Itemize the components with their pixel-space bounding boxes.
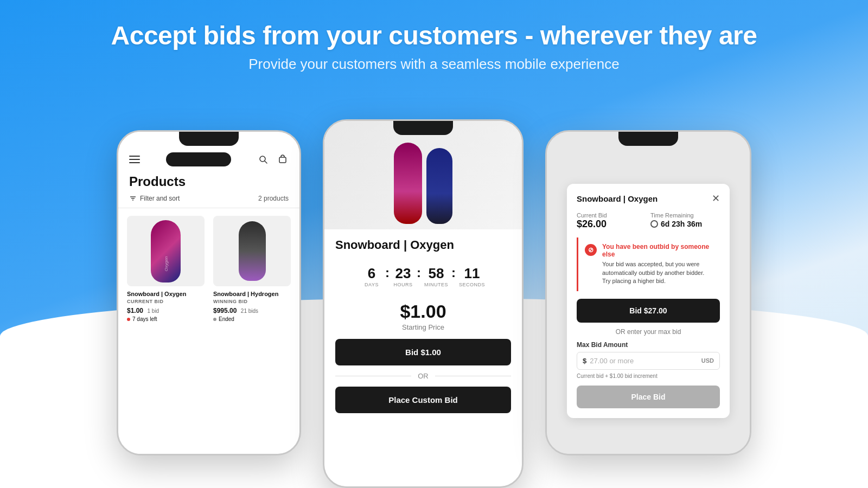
filter-sort[interactable]: Filter and sort [129,195,180,202]
snowboard-pair [394,143,452,224]
countdown-days: 6 DAYS [361,266,382,287]
phone-bid-panel: Snowboard | Oxygen ✕ Current Bid $26.00 … [545,130,751,455]
product2-name: Snowboard | Hydrogen [213,291,278,297]
phone1-topbar [118,148,299,169]
place-bid-button[interactable]: Place Bid [577,386,720,408]
dollar-sign: $ [583,357,586,365]
products-grid: Snowboard | Oxygen CURRENT BID $1.00 1 b… [118,208,299,330]
product1-image [127,216,205,286]
countdown-minutes: 58 MINUTES [424,266,448,287]
time-remaining-value: 6d 23h 36m [650,220,720,228]
filter-row: Filter and sort 2 products [118,192,299,208]
phone2-screen: Snowboard | Oxygen 6 DAYS : 23 HOURS : 5… [324,121,522,486]
current-bid-label: Current Bid [577,212,646,219]
product-card-oxygen[interactable]: Snowboard | Oxygen CURRENT BID $1.00 1 b… [127,216,205,322]
hamburger-icon[interactable] [129,156,140,163]
time-remaining-stat: Time Remaining 6d 23h 36m [650,212,720,230]
outbid-icon: ⊘ [585,244,597,256]
bid-panel-title: Snowboard | Oxygen [577,194,658,203]
sep2: : [417,265,421,280]
active-dot [127,318,130,321]
product2-price-row: $995.00 21 bids [213,305,258,315]
products-title: Products [118,169,299,192]
page-subtitle: Provide your customers with a seamless m… [0,56,868,73]
products-count: 2 products [258,195,289,202]
snowboard-oxygen-img [151,220,181,282]
product1-price-row: $1.00 1 bid [127,305,159,315]
detail-product-title: Snowboard | Oxygen [335,238,511,252]
phone1-nav-icons [257,153,289,165]
filter-icon [129,195,137,202]
product2-price: $995.00 [213,307,237,314]
max-bid-input-field[interactable]: $ 27.00 or more USD [577,352,720,370]
max-bid-label: Max Bid Amount [577,341,720,349]
bid-button[interactable]: Bid $1.00 [335,339,511,365]
product-hero-image [324,121,522,229]
snowboard-hydrogen-img [239,221,266,281]
or-divider: OR [335,372,511,380]
or-line-left [335,376,411,376]
svg-rect-2 [279,157,286,163]
phone1-notch [179,132,239,146]
current-bid-stat: Current Bid $26.00 [577,212,646,230]
price-subtitle: Starting Price [335,323,511,331]
search-icon[interactable] [257,153,269,165]
close-button[interactable]: ✕ [712,194,720,203]
time-remaining-label: Time Remaining [650,212,720,219]
alert-content: You have been outbid by someone else You… [602,243,713,285]
sep1: : [385,265,390,280]
phone2-content: Snowboard | Oxygen 6 DAYS : 23 HOURS : 5… [324,229,522,422]
or-line-right [435,376,511,376]
product2-bid-label: WINNING BID [213,299,248,304]
bid-stats: Current Bid $26.00 Time Remaining 6d 23h… [577,212,720,230]
phone-detail: Snowboard | Oxygen 6 DAYS : 23 HOURS : 5… [323,119,524,488]
bid-panel: Snowboard | Oxygen ✕ Current Bid $26.00 … [567,184,730,418]
bid-increment-note: Current bid + $1.00 bid increment [577,373,720,379]
phone3-screen: Snowboard | Oxygen ✕ Current Bid $26.00 … [547,132,750,454]
product1-price: $1.00 [127,307,143,314]
bid-now-button[interactable]: Bid $27.00 [577,299,720,323]
bid-panel-header: Snowboard | Oxygen ✕ [577,194,720,203]
product2-bid-count: 21 bids [241,308,258,314]
currency-label: USD [701,357,714,364]
page-title: Accept bids from your customers - wherev… [0,21,868,50]
clock-icon [650,220,658,228]
snowboard-right [426,148,452,224]
ended-dot [213,318,216,321]
snowboard-left [394,143,422,224]
header-section: Accept bids from your customers - wherev… [0,0,868,84]
phone-products: Products Filter and sort 2 products [117,130,301,455]
countdown-seconds: 11 SECONDS [459,266,485,287]
phone3-notch [618,132,678,146]
svg-line-1 [265,161,267,163]
custom-bid-button[interactable]: Place Custom Bid [335,387,511,413]
countdown-hours: 23 HOURS [393,266,413,287]
current-bid-value: $26.00 [577,219,646,230]
product-card-hydrogen[interactable]: Snowboard | Hydrogen WINNING BID $995.00… [213,216,291,322]
or-text: OR [418,372,429,380]
product1-name: Snowboard | Oxygen [127,291,186,297]
product1-status: 7 days left [127,316,157,322]
product2-image [213,216,291,286]
search-bar [166,152,231,166]
product2-status: Ended [213,316,234,322]
outbid-alert: ⊘ You have been outbid by someone else Y… [577,237,720,291]
product1-bid-label: CURRENT BID [127,299,164,304]
product1-bid-count: 1 bid [147,308,159,314]
phone1-screen: Products Filter and sort 2 products [118,132,299,454]
cart-icon[interactable] [277,153,289,165]
alert-body: Your bid was accepted, but you were auto… [602,260,713,285]
max-bid-placeholder: 27.00 or more [590,357,701,365]
price-display: $1.00 [335,301,511,322]
sep3: : [451,265,456,280]
starting-price: $1.00 Starting Price [335,301,511,331]
alert-title: You have been outbid by someone else [602,243,713,258]
or-enter-text: OR enter your max bid [577,328,720,336]
phone2-notch [393,121,453,135]
phones-container: Products Filter and sort 2 products [0,119,868,488]
countdown-timer: 6 DAYS : 23 HOURS : 58 MINUTES : [335,261,511,292]
